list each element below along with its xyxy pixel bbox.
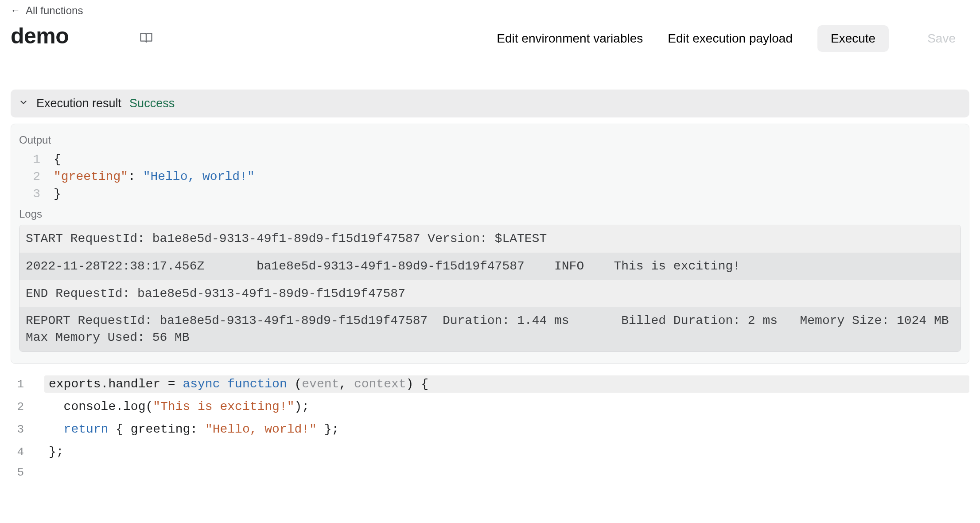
line-number: 3 — [11, 423, 24, 436]
line-number: 1 — [11, 378, 24, 391]
editor-line[interactable]: 5 — [11, 463, 969, 482]
log-line: 2022-11-28T22:38:17.456Z ba1e8e5d-9313-4… — [19, 253, 961, 280]
line-number: 4 — [11, 445, 24, 459]
execute-button[interactable]: Execute — [817, 25, 889, 52]
output-line: 3} — [16, 185, 964, 203]
result-body: Output 1{2 "greeting": "Hello, world!"3}… — [11, 124, 969, 364]
result-header-label: Execution result — [36, 97, 121, 110]
output-line-content: "greeting": "Hello, world!" — [54, 170, 255, 183]
output-line: 1{ — [16, 151, 964, 168]
result-header[interactable]: Execution result Success — [11, 90, 969, 117]
edit-env-vars-link[interactable]: Edit environment variables — [497, 31, 643, 46]
save-button[interactable]: Save — [914, 25, 969, 52]
output-label: Output — [16, 134, 964, 146]
logs-label: Logs — [16, 208, 964, 220]
logs-box: START RequestId: ba1e8e5d-9313-49f1-89d9… — [19, 225, 961, 352]
code-editor[interactable]: 1exports.handler = async function (event… — [11, 373, 969, 482]
line-number: 5 — [11, 466, 24, 479]
breadcrumb-back[interactable]: ← All functions — [11, 4, 83, 17]
log-line: END RequestId: ba1e8e5d-9313-49f1-89d9-f… — [19, 280, 961, 308]
editor-line-code[interactable] — [44, 472, 969, 476]
arrow-left-icon: ← — [11, 6, 20, 16]
editor-line[interactable]: 2 console.log("This is exciting!"); — [11, 395, 969, 418]
line-number: 1 — [27, 152, 40, 166]
editor-line-code[interactable]: }; — [44, 443, 969, 461]
log-line: REPORT RequestId: ba1e8e5d-9313-49f1-89d… — [19, 307, 961, 351]
editor-line[interactable]: 1exports.handler = async function (event… — [11, 373, 969, 395]
output-line: 2 "greeting": "Hello, world!" — [16, 168, 964, 185]
status-badge: Success — [129, 97, 175, 110]
editor-line-code[interactable]: console.log("This is exciting!"); — [44, 398, 969, 415]
output-line-content: { — [54, 152, 61, 166]
output-block: 1{2 "greeting": "Hello, world!"3} — [16, 151, 964, 203]
editor-line[interactable]: 3 return { greeting: "Hello, world!" }; — [11, 418, 969, 441]
breadcrumb-label: All functions — [26, 4, 83, 17]
line-number: 2 — [11, 400, 24, 414]
book-icon[interactable] — [140, 31, 153, 46]
output-line-content: } — [54, 187, 61, 201]
page-title: demo — [11, 23, 69, 49]
editor-line-code[interactable]: exports.handler = async function (event,… — [44, 375, 969, 393]
editor-line-code[interactable]: return { greeting: "Hello, world!" }; — [44, 421, 969, 438]
line-number: 2 — [27, 170, 40, 183]
chevron-down-icon — [19, 98, 28, 110]
editor-line[interactable]: 4}; — [11, 441, 969, 463]
log-line: START RequestId: ba1e8e5d-9313-49f1-89d9… — [19, 225, 961, 253]
edit-payload-link[interactable]: Edit execution payload — [668, 31, 793, 46]
line-number: 3 — [27, 187, 40, 201]
